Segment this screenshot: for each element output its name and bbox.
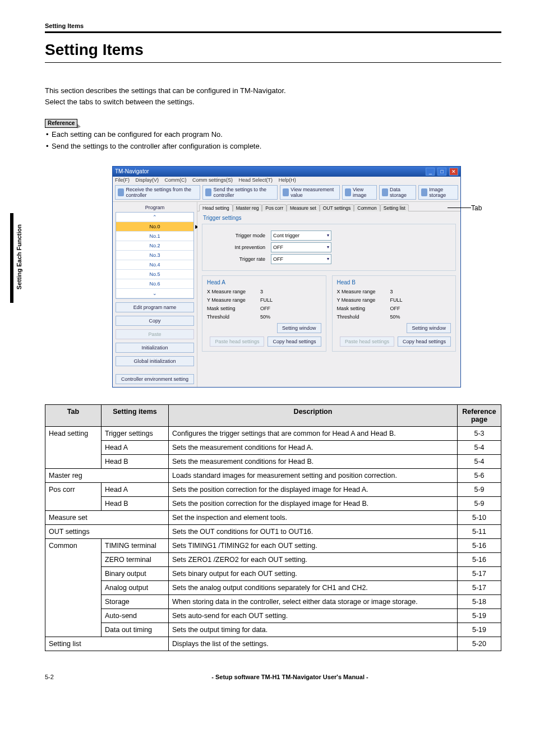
tab-measure-set[interactable]: Measure set xyxy=(287,204,320,211)
table-row: Measure setSet the inspection and elemen… xyxy=(45,510,501,524)
callout-tab-label: Tab xyxy=(471,204,482,212)
table-row: Binary outputSets binary output for each… xyxy=(45,566,501,580)
setting-window-button-a[interactable]: Setting window xyxy=(277,323,321,333)
program-scroll-down[interactable]: ⌄ xyxy=(116,289,193,298)
initialization-button[interactable]: Initialization xyxy=(116,343,194,353)
group-trigger-settings: Trigger settings xyxy=(197,211,460,222)
program-no-0[interactable]: No.0▶ xyxy=(116,222,193,232)
value-y-range-a: FULL xyxy=(260,297,273,303)
cell-tab: Master reg xyxy=(45,468,169,482)
cell-description: Sets the measurement conditions for Head… xyxy=(169,454,458,468)
window-title: TM-Navigator xyxy=(115,168,149,174)
label-threshold: Threshold xyxy=(207,314,260,320)
copy-head-settings-button-a[interactable]: Copy head settings xyxy=(268,336,321,347)
cell-reference: 5-20 xyxy=(458,637,501,651)
tab-master-reg[interactable]: Master reg xyxy=(233,204,262,211)
program-no-4[interactable]: No.4 xyxy=(116,260,193,270)
cell-item: Data out timing xyxy=(102,623,169,637)
chevron-down-icon: ▾ xyxy=(327,245,329,250)
data-storage-icon xyxy=(382,188,388,196)
maximize-icon[interactable]: □ xyxy=(437,168,446,176)
cell-reference: 5-9 xyxy=(458,482,501,496)
label-x-range: X Measure range xyxy=(207,289,260,294)
th-tab: Tab xyxy=(45,404,102,426)
tab-pos-corr[interactable]: Pos corr xyxy=(262,204,287,211)
program-no-2[interactable]: No.2 xyxy=(116,241,193,251)
program-label: No.0 xyxy=(149,224,160,229)
head-b-title: Head B xyxy=(337,279,451,285)
table-row: Head settingTrigger settingsConfigures t… xyxy=(45,426,501,440)
toolbar-send-settings[interactable]: Send the settings to the controller xyxy=(202,185,278,200)
tab-out-settings[interactable]: OUT settings xyxy=(320,204,354,211)
menu-file[interactable]: File(F) xyxy=(115,177,130,183)
copy-head-settings-button-b[interactable]: Copy head settings xyxy=(398,336,451,347)
cell-description: Sets the position correction for the dis… xyxy=(169,482,458,496)
combo-value: Cont trigger xyxy=(273,233,299,238)
th-description: Description xyxy=(169,404,458,426)
menu-head-select[interactable]: Head Select(T) xyxy=(239,177,273,183)
menu-comm[interactable]: Comm(C) xyxy=(165,177,187,183)
program-scroll-up[interactable]: ⌃ xyxy=(116,213,193,222)
page-title: Setting Items xyxy=(45,41,501,59)
value-y-range-b: FULL xyxy=(390,297,403,303)
table-header-row: Tab Setting items Description Reference … xyxy=(45,404,501,426)
toolbar-view-image[interactable]: View image xyxy=(342,185,377,200)
menu-display[interactable]: Display(V) xyxy=(136,177,159,183)
program-no-6[interactable]: No.6 xyxy=(116,279,193,289)
tab-head-setting[interactable]: Head setting xyxy=(199,204,233,211)
value-mask-b: OFF xyxy=(390,306,400,311)
paste-head-settings-button-b[interactable]: Paste head settings xyxy=(340,336,394,347)
cell-description: Set the inspection and element tools. xyxy=(169,510,458,524)
value-x-range-a: 3 xyxy=(260,289,263,294)
reference-bullets: Each setting can be configured for each … xyxy=(45,129,501,153)
head-panels: Head A X Measure range3 Y Measure rangeF… xyxy=(202,275,456,352)
cell-item: Head A xyxy=(102,482,169,496)
tab-setting-list[interactable]: Setting list xyxy=(380,204,409,211)
cell-reference: 5-10 xyxy=(458,510,501,524)
cell-reference: 5-16 xyxy=(458,538,501,552)
table-row: OUT settingsSets the OUT conditions for … xyxy=(45,524,501,538)
toolbar-label: Send the settings to the controller xyxy=(213,187,275,198)
paste-button[interactable]: Paste xyxy=(116,329,194,339)
table-row: ZERO terminalSets ZERO1 /ZERO2 for each … xyxy=(45,552,501,566)
program-no-5[interactable]: No.5 xyxy=(116,270,193,279)
table-row: Data out timingSets the output timing fo… xyxy=(45,623,501,637)
program-no-3[interactable]: No.3 xyxy=(116,251,193,260)
toolbar-label: Image storage xyxy=(429,187,455,198)
table-row: Head BSets the position correction for t… xyxy=(45,496,501,510)
cell-item: Trigger settings xyxy=(102,426,169,440)
program-no-1[interactable]: No.1 xyxy=(116,232,193,241)
toolbar-data-storage[interactable]: Data storage xyxy=(379,185,416,200)
trigger-panel: Trigger mode Cont trigger▾ Int preventio… xyxy=(202,224,456,271)
global-initialization-button[interactable]: Global initialization xyxy=(116,356,194,366)
head-b-panel: Head B X Measure range3 Y Measure rangeF… xyxy=(332,275,456,352)
menu-help[interactable]: Help(H) xyxy=(279,177,296,183)
cell-description: When storing data in the controller, sel… xyxy=(169,594,458,609)
tab-common[interactable]: Common xyxy=(354,204,380,211)
cell-description: Sets the analog output conditions separa… xyxy=(169,580,458,594)
cell-reference: 5-19 xyxy=(458,623,501,637)
cell-reference: 5-18 xyxy=(458,594,501,609)
intro-text: This section describes the settings that… xyxy=(45,85,501,107)
view-image-icon xyxy=(345,188,351,196)
cell-description: Loads standard images for measurement se… xyxy=(169,468,458,482)
menu-comm-settings[interactable]: Comm settings(S) xyxy=(192,177,233,183)
toolbar-receive-settings[interactable]: Receive the settings from the controller xyxy=(115,185,200,200)
cell-description: Sets TIMING1 /TIMING2 for each OUT setti… xyxy=(169,538,458,552)
controller-env-setting-button[interactable]: Controller environment setting xyxy=(116,374,194,384)
minimize-icon[interactable]: _ xyxy=(426,168,435,176)
cell-item: Binary output xyxy=(102,566,169,580)
edit-program-name-button[interactable]: Edit program name xyxy=(116,302,194,312)
rule-thick xyxy=(45,31,501,33)
copy-button[interactable]: Copy xyxy=(116,316,194,326)
close-icon[interactable]: ✕ xyxy=(449,168,458,176)
chevron-down-icon: ▾ xyxy=(327,233,329,238)
combo-trigger-mode[interactable]: Cont trigger▾ xyxy=(271,231,331,241)
paste-head-settings-button-a[interactable]: Paste head settings xyxy=(210,336,264,347)
toolbar-image-storage[interactable]: Image storage xyxy=(418,185,458,200)
combo-trigger-rate[interactable]: OFF▾ xyxy=(271,254,331,264)
toolbar-view-measurement[interactable]: View measurement value xyxy=(280,185,340,200)
setting-window-button-b[interactable]: Setting window xyxy=(407,323,451,333)
label-x-range: X Measure range xyxy=(337,289,390,294)
combo-int-prevention[interactable]: OFF▾ xyxy=(271,242,331,252)
